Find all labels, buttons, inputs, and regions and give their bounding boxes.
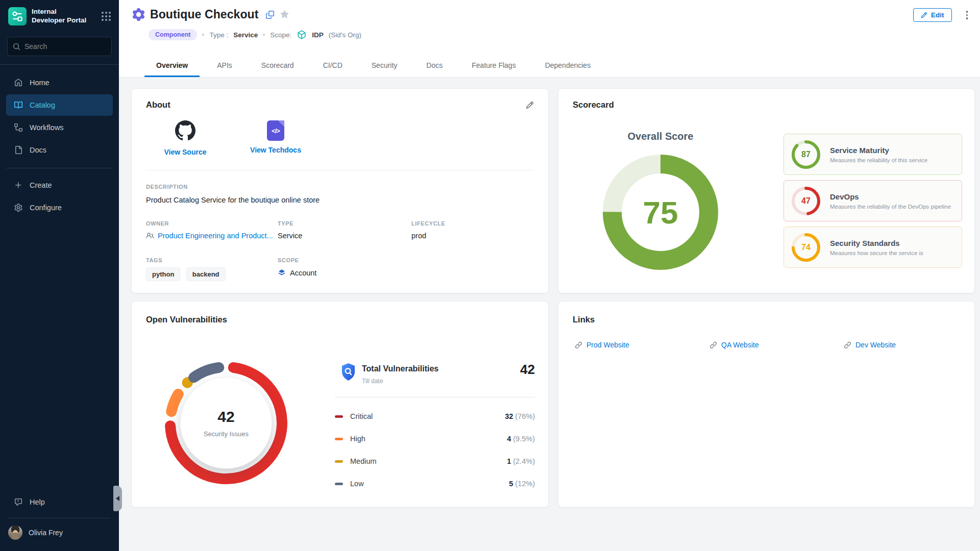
total-vulnerabilities-title: Total Vulnerabilities: [362, 364, 438, 373]
scorecard-list: 87 Service Maturity Measures the reliabi…: [783, 134, 962, 268]
copy-icon[interactable]: [266, 11, 274, 19]
dot-separator: [263, 34, 265, 36]
star-icon[interactable]: [280, 10, 289, 19]
sidebar-item-docs[interactable]: Docs: [6, 139, 113, 161]
severity-row-medium: Medium 1(2.4%): [335, 450, 535, 472]
app-root: InternalDeveloper Portal Home Catalog Wo…: [0, 0, 980, 551]
score-desc: Measures the reliability of the DevOps p…: [830, 204, 951, 210]
file-icon: [14, 146, 22, 154]
vulnerabilities-title: Open Vulnerabilities: [146, 315, 227, 324]
severity-dash: [335, 460, 343, 463]
vulnerabilities-donut-center: 42 Security Issues: [181, 378, 272, 468]
scorecard-card: Scorecard Overall Score 75 87 Service Ma…: [558, 88, 975, 293]
tab-cicd[interactable]: CI/CD: [311, 54, 354, 77]
github-icon: [175, 120, 195, 143]
pencil-icon: [921, 12, 927, 18]
sidebar-item-label: Workflows: [30, 123, 64, 132]
about-title: About: [146, 100, 170, 110]
title-row: Boutique Checkout: [132, 8, 289, 21]
severity-dash: [335, 438, 343, 440]
tab-apis[interactable]: APIs: [205, 54, 244, 77]
link-icon: [844, 341, 851, 349]
view-techdocs-link[interactable]: </> View Techdocs: [240, 120, 311, 156]
tag-chip: python: [146, 267, 180, 281]
prod-website-link[interactable]: Prod Website: [575, 341, 709, 349]
sidebar-item-configure[interactable]: Configure: [6, 197, 113, 218]
home-icon: [14, 79, 22, 87]
score-title: Service Maturity: [830, 146, 927, 155]
about-divider: [146, 170, 534, 170]
shield-search-icon: [340, 363, 356, 384]
sidebar: InternalDeveloper Portal Home Catalog Wo…: [0, 0, 119, 551]
sidebar-item-label: Home: [30, 79, 50, 87]
nav-divider: [6, 168, 113, 168]
sidebar-item-label: Create: [30, 181, 52, 189]
scorecard-item-security-standards[interactable]: 74 Security Standards Measures how secur…: [783, 227, 962, 268]
about-edit-pencil-icon[interactable]: [526, 101, 534, 109]
owner-link[interactable]: Product Engineering and Product...: [146, 232, 273, 240]
about-card: About View Source </> View Techdocs DESC…: [131, 88, 549, 293]
sidebar-bottom: ? Help Olivia Frey: [0, 490, 119, 551]
user-name: Olivia Frey: [29, 529, 63, 537]
severity-rows: Critical 32(76%) High 4(9.5%) Medium 1(2…: [335, 405, 535, 495]
link-icon: [709, 341, 717, 349]
techdocs-icon: </>: [267, 120, 284, 141]
type-value: Service: [233, 31, 258, 39]
links-card: Links Prod Website QA Website Dev Websit…: [558, 301, 975, 508]
overall-score-value: 75: [603, 155, 718, 270]
tab-docs[interactable]: Docs: [414, 54, 454, 77]
scope-label: Scope:: [270, 31, 291, 39]
svg-text:?: ?: [17, 499, 19, 503]
search-input[interactable]: [24, 42, 106, 51]
owner-value: Product Engineering and Product...: [158, 232, 273, 240]
search-box[interactable]: [7, 37, 112, 56]
lifecycle-value: prod: [411, 232, 426, 240]
kebab-menu-icon[interactable]: [964, 9, 970, 21]
edit-button[interactable]: Edit: [913, 8, 952, 22]
content: About View Source </> View Techdocs DESC…: [119, 78, 980, 551]
qa-website-link[interactable]: QA Website: [709, 341, 844, 349]
tab-scorecard[interactable]: Scorecard: [250, 54, 306, 77]
people-icon: [146, 232, 154, 240]
component-badge[interactable]: Component: [149, 29, 197, 40]
type-field-label: TYPE: [278, 220, 293, 227]
type-field-value: Service: [278, 232, 302, 240]
description-value: Product Catalog Service for the boutique…: [146, 196, 320, 204]
sidebar-item-home[interactable]: Home: [6, 72, 113, 93]
scope-field-value: Account: [278, 269, 316, 277]
score-title: Security Standards: [830, 239, 923, 247]
about-quick-links: View Source </> View Techdocs: [150, 120, 311, 156]
entity-meta-row: Component Type : Service Scope: IDP (Sid…: [149, 29, 361, 40]
scorecard-item-devops[interactable]: 47 DevOps Measures the reliability of th…: [783, 180, 962, 221]
tab-dependencies[interactable]: Dependencies: [533, 54, 603, 77]
view-source-link[interactable]: View Source: [150, 120, 221, 156]
apps-grid-icon[interactable]: [102, 12, 111, 21]
scope-field-label: SCOPE: [278, 257, 299, 263]
scorecard-title: Scorecard: [573, 100, 614, 110]
help-chat-icon: ?: [14, 498, 22, 506]
tab-feature-flags[interactable]: Feature Flags: [460, 54, 527, 77]
severity-dash: [335, 415, 343, 418]
sidebar-item-help[interactable]: ? Help: [6, 491, 113, 513]
avatar: [8, 525, 22, 540]
scorecard-item-service-maturity[interactable]: 87 Service Maturity Measures the reliabi…: [783, 134, 962, 175]
tab-overview[interactable]: Overview: [144, 54, 200, 77]
sidebar-nav: Home Catalog Workflows Docs Create Con: [0, 72, 119, 218]
sidebar-collapse-handle[interactable]: [113, 486, 122, 511]
gear-icon: [14, 204, 22, 212]
layers-icon: [278, 269, 286, 277]
sidebar-item-catalog[interactable]: Catalog: [6, 94, 113, 116]
dev-website-link[interactable]: Dev Website: [844, 341, 896, 349]
type-label: Type :: [209, 31, 228, 39]
sidebar-item-create[interactable]: Create: [6, 174, 113, 196]
cube-icon: [297, 30, 307, 40]
sidebar-item-label: Docs: [30, 146, 46, 154]
tab-security[interactable]: Security: [360, 54, 409, 77]
severity-dash: [335, 483, 343, 485]
scope-value: IDP: [312, 31, 324, 39]
user-menu[interactable]: Olivia Frey: [0, 523, 119, 551]
sidebar-item-workflows[interactable]: Workflows: [6, 117, 113, 138]
severity-row-high: High 4(9.5%): [335, 428, 535, 450]
tags-label: TAGS: [146, 257, 162, 263]
severity-row-critical: Critical 32(76%): [335, 405, 535, 428]
